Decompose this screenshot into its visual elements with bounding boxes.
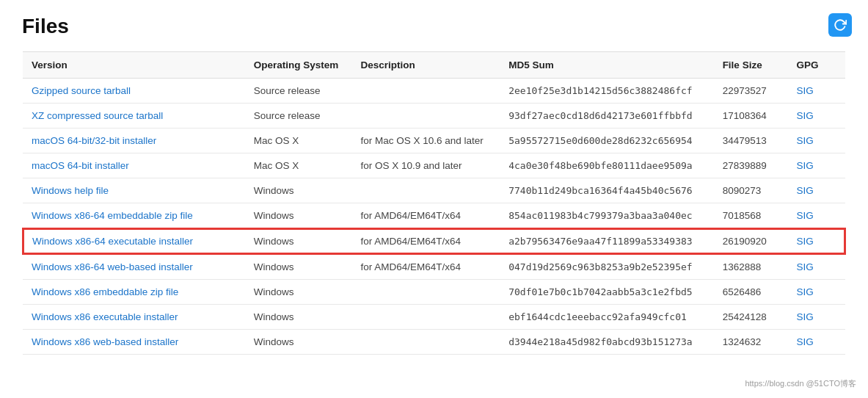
filesize-cell: 6526486 [714,280,788,305]
gpg-sig-link[interactable]: SIG [797,85,814,96]
gpg-sig-link[interactable]: SIG [797,135,814,146]
os-cell: Source release [245,104,352,129]
filesize-cell: 34479513 [714,129,788,153]
description-cell [351,79,500,104]
version-link[interactable]: Windows help file [32,185,109,196]
header-md5: MD5 Sum [500,52,713,79]
md5-cell: 5a95572715e0d600de28d6232c656954 [500,129,713,153]
version-link[interactable]: Windows x86 embeddable zip file [32,286,178,297]
md5-cell: 047d19d2569c963b8253a9b2e52395ef [500,254,713,280]
md5-cell: d3944e218a45d982f0abcd93b151273a [500,330,713,355]
gpg-sig-link[interactable]: SIG [797,236,814,247]
gpg-sig-link[interactable]: SIG [797,286,814,297]
gpg-sig-link[interactable]: SIG [797,160,814,171]
filesize-cell: 7018568 [714,203,788,229]
page-title: Files [22,15,846,38]
table-row: Gzipped source tarballSource release2ee1… [23,79,845,104]
md5-cell: 7740b11d249bca16364f4a45b40c5676 [500,178,713,203]
version-link[interactable]: XZ compressed source tarball [32,110,163,121]
md5-cell: 93df27aec0cd18d6d42173e601ffbbfd [500,104,713,129]
version-link[interactable]: Windows x86-64 executable installer [32,236,193,247]
header-description: Description [351,52,500,79]
description-cell: for AMD64/EM64T/x64 [351,228,500,254]
os-cell: Windows [245,228,352,254]
os-cell: Windows [245,305,352,330]
md5-cell: ebf1644cdc1eeebacc92afa949cfc01 [500,305,713,330]
table-row: Windows x86-64 executable installerWindo… [23,228,845,254]
version-link[interactable]: Windows x86 executable installer [32,311,178,322]
gpg-sig-link[interactable]: SIG [797,261,814,272]
filesize-cell: 1324632 [714,330,788,355]
table-header-row: Version Operating System Description MD5… [23,52,845,79]
os-cell: Windows [245,178,352,203]
description-cell: for AMD64/EM64T/x64 [351,203,500,229]
table-row: Windows help fileWindows7740b11d249bca16… [23,178,845,203]
table-row: macOS 64-bit installerMac OS Xfor OS X 1… [23,153,845,178]
description-cell: for Mac OS X 10.6 and later [351,129,500,153]
version-link[interactable]: Windows x86-64 embeddable zip file [32,210,193,221]
md5-cell: 854ac011983b4c799379a3baa3a040ec [500,203,713,229]
files-table: Version Operating System Description MD5… [22,51,846,355]
md5-cell: 70df01e7b0c1b7042aabb5a3c1e2fbd5 [500,280,713,305]
gpg-sig-link[interactable]: SIG [797,185,814,196]
os-cell: Mac OS X [245,153,352,178]
table-row: Windows x86 web-based installerWindowsd3… [23,330,845,355]
filesize-cell: 8090273 [714,178,788,203]
md5-cell: 2ee10f25e3d1b14215d56c3882486fcf [500,79,713,104]
header-gpg: GPG [788,52,846,79]
gpg-sig-link[interactable]: SIG [797,311,814,322]
table-row: XZ compressed source tarballSource relea… [23,104,845,129]
version-link[interactable]: macOS 64-bit/32-bit installer [32,135,156,146]
filesize-cell: 27839889 [714,153,788,178]
md5-cell: a2b79563476e9aa47f11899a53349383 [500,228,713,254]
os-cell: Mac OS X [245,129,352,153]
gpg-sig-link[interactable]: SIG [797,210,814,221]
description-cell: for OS X 10.9 and later [351,153,500,178]
os-cell: Windows [245,254,352,280]
os-cell: Windows [245,330,352,355]
description-cell [351,104,500,129]
version-link[interactable]: macOS 64-bit installer [32,160,129,171]
description-cell [351,280,500,305]
filesize-cell: 25424128 [714,305,788,330]
os-cell: Source release [245,79,352,104]
filesize-cell: 17108364 [714,104,788,129]
gpg-sig-link[interactable]: SIG [797,110,814,121]
table-row: macOS 64-bit/32-bit installerMac OS Xfor… [23,129,845,153]
filesize-cell: 22973527 [714,79,788,104]
version-link[interactable]: Windows x86-64 web-based installer [32,261,193,272]
gpg-sig-link[interactable]: SIG [797,336,814,347]
os-cell: Windows [245,280,352,305]
description-cell [351,305,500,330]
table-row: Windows x86 executable installerWindowse… [23,305,845,330]
header-version: Version [23,52,245,79]
md5-cell: 4ca0e30f48be690bfe80111daee9509a [500,153,713,178]
header-filesize: File Size [714,52,788,79]
version-link[interactable]: Gzipped source tarball [32,85,131,96]
filesize-cell: 26190920 [714,228,788,254]
table-row: Windows x86-64 embeddable zip fileWindow… [23,203,845,229]
table-row: Windows x86-64 web-based installerWindow… [23,254,845,280]
description-cell [351,178,500,203]
header-os: Operating System [245,52,352,79]
version-link[interactable]: Windows x86 web-based installer [32,336,178,347]
table-row: Windows x86 embeddable zip fileWindows70… [23,280,845,305]
description-cell [351,330,500,355]
os-cell: Windows [245,203,352,229]
filesize-cell: 1362888 [714,254,788,280]
top-right-icon[interactable] [828,13,852,37]
description-cell: for AMD64/EM64T/x64 [351,254,500,280]
